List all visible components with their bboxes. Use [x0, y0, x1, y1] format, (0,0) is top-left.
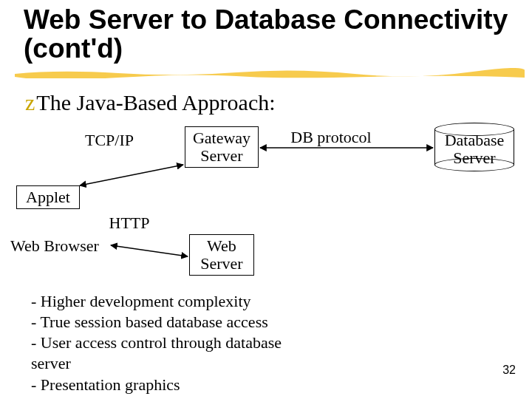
bullet-item: - User access control through database	[31, 332, 341, 353]
slide: Web Server to Database Connectivity (con…	[0, 0, 532, 399]
bullet-item: server	[31, 353, 341, 374]
title-underline-highlight	[15, 68, 525, 78]
bullet-item: - Presentation graphics	[31, 375, 341, 395]
label-http: HTTP	[103, 214, 155, 232]
box-gateway-server: Gateway Server	[185, 126, 259, 168]
svg-line-0	[80, 165, 183, 185]
bullet-item: - Higher development complexity	[31, 291, 341, 312]
label-tcpip: TCP/IP	[80, 132, 139, 149]
subheading: zThe Java-Based Approach:	[25, 90, 276, 115]
slide-title: Web Server to Database Connectivity (con…	[24, 6, 532, 64]
svg-line-2	[111, 245, 188, 256]
bullet-list: - Higher development complexity - True s…	[31, 291, 341, 395]
subheading-text: The Java-Based Approach:	[36, 90, 275, 115]
label-web-browser: Web Browser	[10, 237, 114, 255]
bullet-icon: z	[25, 90, 35, 115]
box-web-server: Web Server	[189, 234, 254, 276]
cylinder-database-server: Database Server	[434, 123, 514, 171]
box-applet: Applet	[16, 185, 80, 209]
page-number: 32	[502, 364, 516, 377]
label-db-protocol: DB protocol	[279, 129, 383, 146]
bullet-item: - True session based database access	[31, 312, 341, 332]
